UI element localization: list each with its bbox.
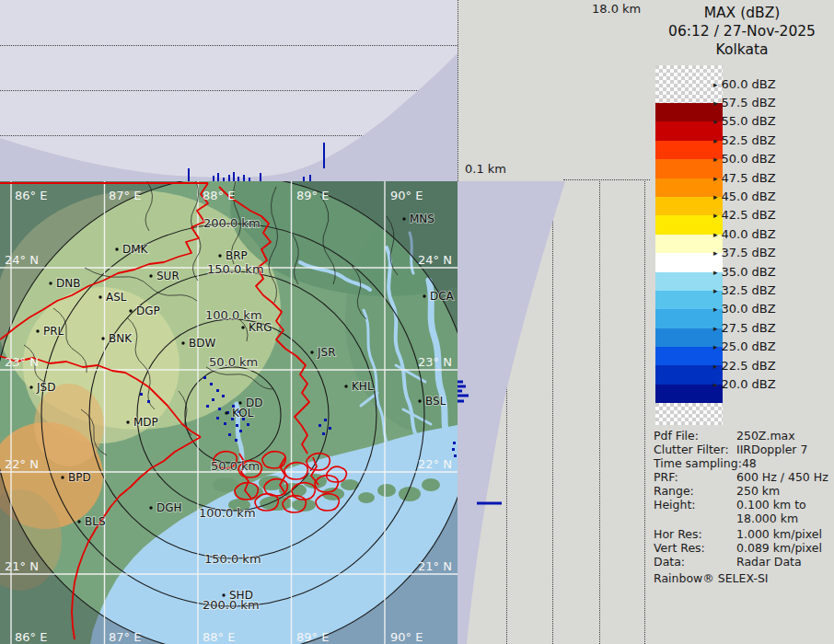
station-dot-KRG <box>241 326 244 328</box>
tick-value: 57.5 dBZ <box>722 96 776 109</box>
echo-pixel <box>319 424 321 427</box>
echo-pixel <box>216 389 219 392</box>
lon-label: 87° E <box>109 189 141 202</box>
tick-value: 40.0 dBZ <box>722 227 776 241</box>
echo-pixel <box>224 422 226 425</box>
scale-tick-label: ▸55.0 dBZ <box>713 114 776 128</box>
station-dot-SHD <box>222 593 225 596</box>
echo-pixel <box>216 417 219 420</box>
top-panel-graphics <box>0 0 458 181</box>
tick-arrow-icon: ▸ <box>713 248 718 258</box>
metadata-label: Time sampling: <box>654 456 742 470</box>
station-dot-BNK <box>101 337 104 339</box>
metadata-value: IIRDoppler 7 <box>736 443 807 456</box>
metadata-row: Height:0.100 km to <box>654 498 834 512</box>
scale-tick-label: ▸22.5 dBZ <box>713 359 776 373</box>
echo-pixel <box>218 408 221 410</box>
scale-tick-label: ▸32.5 dBZ <box>713 283 776 297</box>
station-dot-BSL <box>418 399 421 402</box>
metadata-label: Clutter Filter: <box>654 443 736 456</box>
metadata-row: Data:Radar Data <box>654 555 834 569</box>
scale-tick-label: ▸40.0 dBZ <box>713 227 776 241</box>
echo-pixel <box>222 395 225 397</box>
tick-value: 60.0 dBZ <box>722 77 776 91</box>
metadata-label: Hor Res: <box>654 527 736 541</box>
tick-arrow-icon: ▸ <box>713 192 718 201</box>
metadata-label: Height: <box>654 498 736 512</box>
station-label-KRG: KRG <box>249 321 272 334</box>
tick-value: 32.5 dBZ <box>722 283 776 297</box>
metadata-label: Pdf File: <box>654 429 736 443</box>
panel-divider-line <box>458 0 458 181</box>
lat-label: 21° N <box>418 559 452 573</box>
range-ring-label: 150.0 km <box>207 262 264 276</box>
tick-arrow-icon: ▸ <box>713 230 718 239</box>
echo-pixel <box>147 400 150 403</box>
tick-value: 42.5 dBZ <box>722 208 776 222</box>
lat-label: 24° N <box>5 253 39 267</box>
scale-tick-label: ▸45.0 dBZ <box>713 190 776 203</box>
range-ring-label: 100.0 km <box>199 506 256 520</box>
station-dot-KHL <box>344 385 347 387</box>
product-time: 06:12 / 27-Nov-2025 <box>650 22 834 40</box>
station-label-JSR: JSR <box>317 346 336 359</box>
metadata-value: 1.000 km/pixel <box>736 527 822 541</box>
station-dot-SUR <box>149 274 152 277</box>
scale-tick-label: ▸25.0 dBZ <box>713 339 776 353</box>
scale-tick-label: ▸30.0 dBZ <box>713 302 776 316</box>
echo-pixel <box>324 419 327 421</box>
station-dot-BRP <box>218 254 221 257</box>
tick-arrow-icon: ▸ <box>713 98 718 108</box>
echo-pixel <box>228 433 231 436</box>
tick-arrow-icon: ▸ <box>713 362 718 371</box>
metadata-value: 600 Hz / 450 Hz <box>736 470 828 484</box>
lon-label: 90° E <box>390 630 423 644</box>
station-dot-JSR <box>310 351 313 353</box>
tick-arrow-icon: ▸ <box>713 286 718 295</box>
range-ring-label: 150.0 km <box>204 552 261 566</box>
station-dot-KOL <box>225 411 227 414</box>
radar-map[interactable]: 200.0 km150.0 km100.0 km50.0 km50.0 km10… <box>0 181 458 644</box>
echo-pixel <box>239 430 242 432</box>
scan-cone-wedge <box>458 181 565 644</box>
echo-pixel <box>140 393 143 396</box>
station-dot-DCA <box>423 294 425 297</box>
station-dot-BDW <box>181 341 184 344</box>
echo-pixel <box>210 383 213 385</box>
tick-value: 45.0 dBZ <box>722 190 776 203</box>
tick-value: 35.0 dBZ <box>722 265 776 279</box>
station-label-SUR: SUR <box>156 270 180 282</box>
tick-arrow-icon: ▸ <box>713 155 718 164</box>
station-dot-DD <box>238 401 241 404</box>
station-label-BPD: BPD <box>68 471 91 484</box>
range-ring-label: 100.0 km <box>205 308 262 322</box>
tick-value: 47.5 dBZ <box>722 171 776 185</box>
height-scale-min-label: 0.1 km <box>465 162 506 176</box>
metadata-row: Hor Res:1.000 km/pixel <box>654 527 834 541</box>
echo-pixel <box>206 405 209 408</box>
station-label-KOL: KOL <box>232 407 254 420</box>
metadata-value: 18.000 km <box>736 512 798 525</box>
lon-label: 88° E <box>203 630 235 644</box>
tick-arrow-icon: ▸ <box>713 136 718 145</box>
tick-value: 25.0 dBZ <box>722 339 776 353</box>
metadata-row: PRF:600 Hz / 450 Hz <box>654 470 834 484</box>
tick-arrow-icon: ▸ <box>713 305 718 314</box>
tick-value: 27.5 dBZ <box>722 321 776 335</box>
tick-value: 52.5 dBZ <box>722 133 776 147</box>
lon-label: 89° E <box>296 189 329 202</box>
station-label-BLS: BLS <box>85 515 106 528</box>
radar-display-window: 18.0 km 0.1 km <box>0 0 834 644</box>
station-dot-DGH <box>149 506 152 509</box>
range-ring-label: 200.0 km <box>203 216 261 230</box>
echo-pixel <box>322 432 325 435</box>
tick-arrow-icon: ▸ <box>713 80 718 89</box>
metadata-row: Pdf File:250Z.max <box>654 429 834 443</box>
metadata-row: Time sampling:48 <box>654 456 834 470</box>
range-ring-label: 50.0 km <box>211 459 260 473</box>
station-dot-MNS <box>402 217 405 220</box>
station-label-DCA: DCA <box>430 290 455 303</box>
metadata-value: 0.100 km to <box>736 498 806 512</box>
tick-value: 55.0 dBZ <box>722 114 776 128</box>
station-label-BSL: BSL <box>425 395 446 408</box>
